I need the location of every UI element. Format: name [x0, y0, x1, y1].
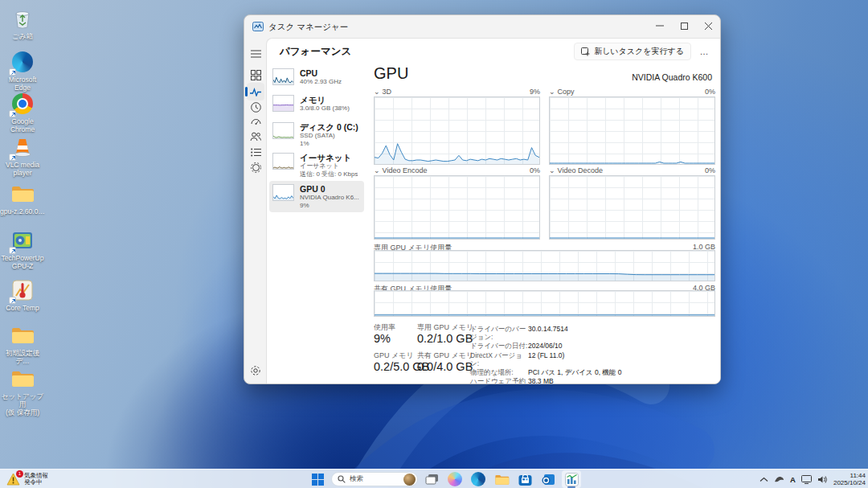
gpu-video-encode-chart — [374, 175, 540, 240]
users-icon[interactable] — [249, 130, 262, 143]
gpu-device-name: NVIDIA Quadro K600 — [632, 72, 712, 82]
edge-icon — [471, 472, 485, 486]
chart-value: 0% — [530, 166, 540, 174]
dedicated-memory-chart — [374, 250, 715, 281]
window-title: タスク マネージャー — [268, 22, 348, 33]
desktop-icon-edge[interactable]: Microsoft Edge — [0, 50, 45, 92]
chevron-down-icon[interactable]: ⌄ — [549, 88, 555, 96]
task-manager-taskbar-button[interactable] — [562, 470, 581, 488]
window-titlebar[interactable]: タスク マネージャー — [244, 15, 720, 38]
shared-memory-chart — [374, 290, 715, 317]
desktop-icon-label: Google Chrome — [0, 117, 45, 133]
chart-header-copy: ⌄ Copy 0% — [549, 88, 715, 96]
outlook-icon — [542, 473, 555, 486]
chart-value: 0% — [705, 88, 715, 96]
details-icon[interactable] — [249, 146, 262, 158]
ime-indicator[interactable]: A — [790, 475, 796, 484]
maximize-button[interactable] — [672, 15, 696, 36]
desktop-icon-label: 初期設定後 デ… — [0, 349, 45, 365]
cpu-mini-chart — [272, 68, 294, 85]
copilot-icon — [448, 472, 462, 486]
stats-column-2: 専用 GPU メモリ 0.2/1.0 GB 共有 GPU メモリ 0.0/4.0… — [417, 323, 473, 379]
search-highlight-image[interactable] — [403, 474, 416, 486]
widgets-button[interactable]: 1 気象情報 発令中 — [3, 470, 51, 488]
volume-icon[interactable] — [817, 475, 828, 484]
sidebar-item-cpu[interactable]: CPU 40% 2.93 GHz — [269, 65, 364, 89]
sidebar-item-memory[interactable]: メモリ 3.0/8.0 GB (38%) — [269, 92, 364, 116]
chevron-down-icon[interactable]: ⌄ — [374, 88, 380, 96]
detail-row: DirectX バージョン:12 (FL 11.0) — [470, 351, 621, 367]
desktop-icon-vlc[interactable]: VLC media player — [0, 135, 45, 177]
start-button[interactable] — [308, 470, 327, 488]
taskbar: 1 気象情報 発令中 検索 — [0, 469, 868, 488]
shortcut-arrow-icon — [9, 154, 16, 161]
minimize-button[interactable] — [648, 15, 672, 36]
desktop-icon-gpuz-app[interactable]: TechPowerUp GPU-Z — [0, 228, 45, 270]
tray-date: 2025/10/24 — [833, 479, 866, 486]
shortcut-arrow-icon — [9, 297, 16, 304]
file-explorer-button[interactable] — [492, 470, 511, 488]
tray-time: 11:44 — [833, 472, 866, 479]
detail-row: ハードウェア予約済みメモリ:38.3 MB — [470, 377, 621, 384]
app-history-icon[interactable] — [249, 100, 262, 113]
desktop-icon-label: TechPowerUp — [0, 254, 45, 262]
outlook-button[interactable] — [538, 470, 558, 488]
sidebar-item-ethernet[interactable]: イーサネット イーサネット 送信: 0 受信: 0 Kbps — [269, 150, 364, 181]
search-icon — [338, 475, 346, 483]
store-icon — [518, 473, 532, 486]
disk-mini-chart — [272, 122, 294, 139]
recycle-bin-icon — [10, 6, 35, 31]
desktop-icon-label: gpu-z.2.60.0… — [0, 207, 45, 215]
chevron-down-icon[interactable]: ⌄ — [549, 166, 555, 174]
chart-value: 9% — [530, 88, 540, 96]
tray-hidden-app-icon[interactable] — [774, 474, 784, 484]
menu-icon[interactable] — [249, 47, 262, 60]
notification-badge: 1 — [16, 470, 23, 478]
services-icon[interactable] — [249, 161, 262, 174]
close-button[interactable] — [696, 15, 720, 36]
desktop-icon-coretemp[interactable]: Core Temp — [0, 278, 45, 312]
copilot-button[interactable] — [445, 470, 465, 488]
weather-warning-icon: 1 — [6, 473, 21, 486]
task-manager-window: タスク マネージャー — [244, 14, 721, 384]
startup-apps-icon[interactable] — [249, 115, 262, 128]
folder-icon — [10, 182, 35, 206]
desktop-icon-recycle-bin[interactable]: ごみ箱 — [0, 6, 45, 40]
desktop-icon-label: Microsoft Edge — [0, 76, 45, 92]
desktop-icon-label: VLC media player — [0, 161, 45, 177]
chart-header-3d: ⌄ 3D 9% — [374, 88, 540, 96]
desktop-icon-label: GPU-Z — [0, 262, 45, 270]
detail-row: 物理的な場所:PCI バス 1, デバイス 0, 機能 0 — [470, 368, 621, 376]
folder-icon — [10, 323, 35, 347]
shortcut-arrow-icon — [9, 110, 16, 117]
run-new-task-button[interactable]: 新しいタスクを実行する — [574, 43, 691, 60]
more-options-button[interactable]: … — [696, 43, 712, 60]
tray-chevron-up-icon[interactable] — [760, 477, 768, 482]
nav-selected-indicator — [245, 87, 248, 96]
desktop-icon-backup-folder[interactable]: セットアップ用 (仮 保存用) — [0, 367, 45, 416]
gpu-3d-chart — [374, 96, 540, 165]
folder-icon — [10, 367, 35, 391]
desktop-icon-data-folder[interactable]: 初期設定後 デ… — [0, 323, 45, 365]
stat-dedicated-memory: 専用 GPU メモリ 0.2/1.0 GB — [417, 323, 473, 346]
store-button[interactable] — [515, 470, 534, 488]
desktop-icon-gpuz-folder[interactable]: gpu-z.2.60.0… — [0, 182, 45, 215]
network-icon[interactable] — [801, 475, 812, 484]
chevron-down-icon[interactable]: ⌄ — [374, 166, 380, 174]
settings-icon[interactable] — [249, 364, 262, 377]
new-task-icon — [581, 47, 590, 56]
chart-value: 0% — [705, 166, 715, 174]
desktop-icon-chrome[interactable]: Google Chrome — [0, 92, 45, 133]
task-view-button[interactable] — [422, 470, 441, 488]
gpu-details: ドライバーのバージョン:30.0.14.7514 ドライバーの日付:2024/0… — [470, 325, 621, 384]
processes-icon[interactable] — [249, 68, 262, 81]
shortcut-arrow-icon — [9, 247, 16, 254]
clock[interactable]: 11:44 2025/10/24 — [833, 472, 866, 486]
search-box[interactable]: 検索 — [331, 472, 418, 486]
folder-icon — [494, 474, 510, 486]
gpu-mini-chart — [272, 184, 294, 201]
edge-button[interactable] — [469, 470, 488, 488]
sidebar-item-gpu[interactable]: GPU 0 NVIDIA Quadro K6... 9% — [269, 181, 364, 212]
sidebar-item-disk[interactable]: ディスク 0 (C:) SSD (SATA) 1% — [269, 119, 364, 150]
performance-icon[interactable] — [249, 85, 262, 98]
